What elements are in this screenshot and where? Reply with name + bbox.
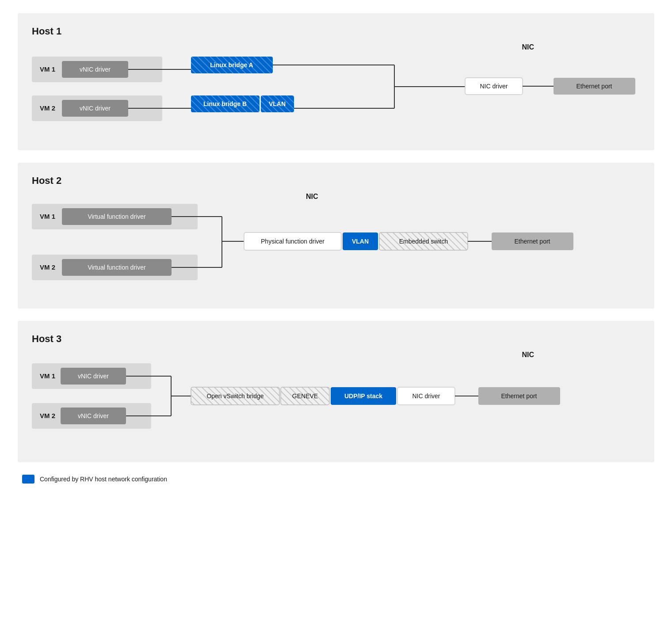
legend-text: Configured by RHV host network configura…: [40, 476, 167, 483]
host1-diagram: VM 1 vNIC driver VM 2 vNIC driver Linux …: [32, 48, 660, 129]
host1-nic-driver: NIC driver: [480, 83, 508, 90]
svg-text:VM 2: VM 2: [40, 263, 55, 271]
host2-title: Host 2: [32, 175, 640, 187]
svg-text:Ethernet port: Ethernet port: [501, 392, 537, 400]
svg-text:GENEVE: GENEVE: [292, 392, 318, 400]
svg-text:Embedded switch: Embedded switch: [399, 238, 448, 245]
host1-nic-label: NIC: [522, 43, 534, 51]
svg-text:VM 1: VM 1: [40, 213, 55, 220]
host1-vm2-vnic: vNIC driver: [80, 105, 111, 112]
host3-nic-label: NIC: [522, 351, 534, 359]
host1-vm1-label: VM 1: [40, 65, 55, 73]
host3-title: Host 3: [32, 333, 640, 345]
host1-ethernet: Ethernet port: [577, 83, 612, 90]
svg-text:Ethernet port: Ethernet port: [515, 238, 550, 245]
svg-text:vNIC driver: vNIC driver: [78, 412, 109, 419]
svg-text:Virtual function driver: Virtual function driver: [88, 213, 146, 220]
host3-section: Host 3 NIC VM 1 vNIC driver VM 2 vNIC dr…: [18, 321, 654, 462]
svg-text:NIC driver: NIC driver: [412, 392, 440, 400]
host1-bridge-a: Linux bridge A: [210, 61, 253, 69]
svg-text:Virtual function driver: Virtual function driver: [88, 264, 146, 271]
host2-diagram: VM 1 Virtual function driver VM 2 Virtua…: [32, 197, 660, 290]
host1-section: Host 1 NIC VM 1 vNIC driver VM 2 vNIC dr…: [18, 13, 654, 150]
host2-nic-label: NIC: [306, 193, 318, 201]
svg-text:UDP/IP stack: UDP/IP stack: [344, 392, 382, 400]
svg-text:Open vSwitch bridge: Open vSwitch bridge: [206, 392, 263, 400]
legend: Configured by RHV host network configura…: [18, 475, 654, 484]
svg-text:VM 1: VM 1: [40, 372, 55, 380]
host1-vlan: VLAN: [269, 100, 286, 107]
host2-section: Host 2 NIC VM 1 Virtual function driver …: [18, 163, 654, 308]
host3-diagram: VM 1 vNIC driver VM 2 vNIC driver Open v…: [32, 355, 660, 437]
svg-text:Physical function driver: Physical function driver: [261, 238, 325, 245]
svg-text:vNIC driver: vNIC driver: [78, 373, 109, 380]
host1-title: Host 1: [32, 26, 640, 37]
svg-text:VLAN: VLAN: [352, 238, 369, 245]
host1-vm2-label: VM 2: [40, 104, 55, 112]
legend-color-box: [22, 475, 34, 484]
host1-vm1-vnic: vNIC driver: [80, 66, 111, 73]
host1-bridge-b: Linux bridge B: [203, 100, 247, 107]
svg-text:VM 2: VM 2: [40, 412, 55, 419]
